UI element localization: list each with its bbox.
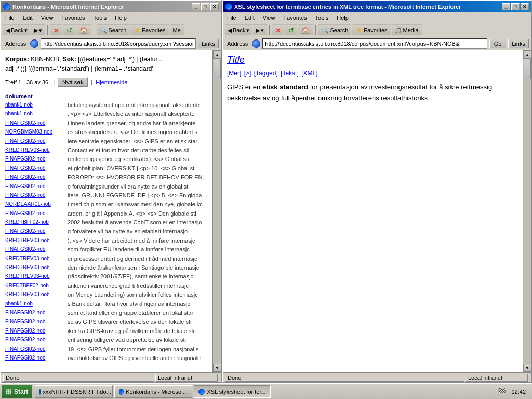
result-source-23[interactable]: FINAFGSI02-nob	[5, 309, 68, 317]
address-input-right[interactable]	[262, 38, 487, 49]
left-menu-help[interactable]: Help	[111, 14, 131, 22]
result-source-20[interactable]: KREDTBFF02-nob	[5, 282, 68, 290]
result-source-8[interactable]: FINAFGSI02-nob	[5, 174, 68, 181]
scroll-track-left[interactable]	[213, 59, 221, 364]
forward-arrow-left: ▶	[34, 27, 38, 34]
scroll-down-right[interactable]: ▼	[523, 364, 531, 372]
forward-button-left[interactable]: ▶ ▾	[31, 24, 45, 36]
dokument-header: dokument	[5, 93, 208, 99]
result-source-27[interactable]: FINAFGSI02-nob	[5, 345, 68, 353]
right-menu-view[interactable]: View	[259, 14, 280, 22]
left-scrollbar[interactable]: ▲ ▼	[212, 50, 221, 372]
result-source-1[interactable]: nbank1-nob	[5, 110, 68, 118]
home-button-right[interactable]: 🏠	[298, 24, 313, 36]
favorites-button-right[interactable]: ★ Favorites	[352, 24, 390, 36]
result-source-2[interactable]: FINAFGSI02-nob	[5, 119, 68, 127]
home-button-left[interactable]: 🏠	[76, 24, 91, 36]
tekst-link[interactable]: [Tekst]	[281, 70, 299, 77]
left-menu-file[interactable]: File	[1, 14, 19, 22]
back-button-left[interactable]: ◀ Back ▾	[3, 24, 30, 36]
result-source-24[interactable]: FINAFGSI02-nob	[5, 318, 68, 326]
favorites-button-left[interactable]: ★ Favorites	[130, 24, 168, 36]
result-text-21: on Money Laundering) som utvikler felles…	[68, 291, 208, 299]
right-menu-edit[interactable]: Edit	[241, 14, 259, 22]
media-button-left[interactable]: Me	[170, 24, 184, 36]
result-source-18[interactable]: KREDTREV03-nob	[5, 264, 68, 272]
result-text-5: Contact er et forum hvor det utarbeides …	[68, 147, 208, 154]
result-source-28[interactable]: FINAFGSI02-nob	[5, 354, 68, 362]
result-source-26[interactable]: FINAFGSI02-nob	[5, 336, 68, 344]
links-button-left[interactable]: Links	[198, 39, 219, 48]
result-source-17[interactable]: KREDTREV03-nob	[5, 255, 68, 263]
result-text-7: et globalt plan. OVERSIKT | <p> 10. <s> …	[68, 165, 208, 172]
title-link[interactable]: Title	[227, 55, 518, 65]
result-source-22[interactable]: nbank1-nob	[5, 300, 68, 308]
result-source-13[interactable]: KREDTBFF02-nob	[5, 219, 68, 227]
left-address-bar: Address Links	[1, 37, 221, 50]
result-text-25: iker fra GIPS-krav og på hvilken måte de…	[68, 327, 208, 335]
result-source-5[interactable]: KREDTREV03-nob	[5, 147, 68, 154]
maximize-button-left[interactable]: □	[201, 3, 209, 10]
left-status-text: Done	[6, 375, 19, 381]
result-row-23: FINAFGSI02-nob som et land eller en grup…	[5, 309, 208, 317]
close-button-left[interactable]: ✕	[210, 3, 219, 10]
search-button-left[interactable]: 🔍 Search	[97, 24, 129, 36]
close-button-right[interactable]: ✕	[521, 3, 529, 10]
refresh-button-right[interactable]: ↺	[285, 24, 297, 36]
scroll-up-right[interactable]: ▲	[523, 50, 531, 59]
nytt-sok-button[interactable]: Nytt søk	[58, 77, 88, 87]
minimize-button-left[interactable]: _	[192, 3, 200, 10]
back-chevron-left: ▾	[24, 27, 28, 34]
result-source-4[interactable]: FINAFGSI02-nob	[5, 138, 68, 145]
hjemmeside-link[interactable]: Hjemmeside	[96, 79, 127, 85]
result-source-3[interactable]: NORGBMSM03-nob	[5, 128, 68, 136]
result-source-15[interactable]: KREDTREV03-nob	[5, 237, 68, 245]
forward-button-right[interactable]: ▶ ▾	[253, 24, 267, 36]
result-source-21[interactable]: KREDTREV03-nob	[5, 291, 68, 299]
result-source-16[interactable]: FINAFGSI02-nob	[5, 246, 68, 254]
result-text-13: 2002 besluttet å anvende CobiT som er en…	[68, 219, 208, 227]
search-button-right[interactable]: 🔍 Search	[318, 24, 351, 36]
back-button-right[interactable]: ◀ Back ▾	[225, 24, 252, 36]
stop-button-right[interactable]: ✕	[272, 24, 284, 36]
xml-link[interactable]: [XML]	[301, 70, 317, 77]
maximize-button-right[interactable]: □	[511, 3, 520, 10]
result-source-11[interactable]: NORDEAAR01-nob	[5, 201, 68, 208]
result-source-12[interactable]: FINAFGSI02-nob	[5, 210, 68, 218]
search-label-right: Search	[330, 27, 348, 33]
result-source-6[interactable]: FINAFGSI02-nob	[5, 155, 68, 163]
links-button-right[interactable]: Links	[508, 39, 529, 48]
nav-link[interactable]: [>]	[244, 70, 253, 77]
media-button-right[interactable]: 🎵 Media	[392, 24, 422, 36]
result-source-0[interactable]: nbank1-nob	[5, 101, 68, 109]
scroll-down-left[interactable]: ▼	[213, 364, 221, 372]
scroll-thumb-left[interactable]	[214, 59, 221, 79]
stop-button-left[interactable]: ✕	[50, 24, 62, 36]
left-menu-view[interactable]: View	[37, 14, 58, 22]
address-input-left[interactable]	[41, 38, 196, 49]
sok-label: Søk:	[63, 56, 76, 63]
result-source-9[interactable]: FINAFGSI02-nob	[5, 183, 68, 191]
result-source-14[interactable]: FINAFGSI02-nob	[5, 228, 68, 235]
scroll-up-left[interactable]: ▲	[213, 50, 221, 59]
left-menu-favorites[interactable]: Favorites	[57, 14, 89, 22]
result-source-19[interactable]: KREDTREV03-nob	[5, 273, 68, 281]
go-button-right[interactable]: Go	[489, 39, 507, 48]
right-menu-favorites[interactable]: Favorites	[279, 14, 311, 22]
minimize-button-right[interactable]: _	[502, 3, 510, 10]
right-menu-help[interactable]: Help	[332, 14, 353, 22]
refresh-button-left[interactable]: ↺	[63, 24, 75, 36]
tagged-link[interactable]: [Tagged]	[254, 70, 278, 77]
scroll-thumb-right[interactable]	[524, 59, 531, 79]
result-source-25[interactable]: FINAFGSI02-nob	[5, 327, 68, 335]
mer-link[interactable]: [Mer]	[227, 70, 241, 77]
scroll-track-right[interactable]	[523, 59, 531, 364]
left-menu-edit[interactable]: Edit	[19, 14, 37, 22]
right-window-title: XSL stylesheet for termbase entries in X…	[234, 4, 502, 10]
result-source-7[interactable]: FINAFGSI02-nob	[5, 165, 68, 172]
right-menu-tools[interactable]: Tools	[311, 14, 333, 22]
right-scrollbar[interactable]: ▲ ▼	[523, 50, 531, 372]
left-menu-tools[interactable]: Tools	[89, 14, 111, 22]
result-source-10[interactable]: FINAFGSI02-nob	[5, 192, 68, 200]
right-menu-file[interactable]: File	[223, 14, 241, 22]
